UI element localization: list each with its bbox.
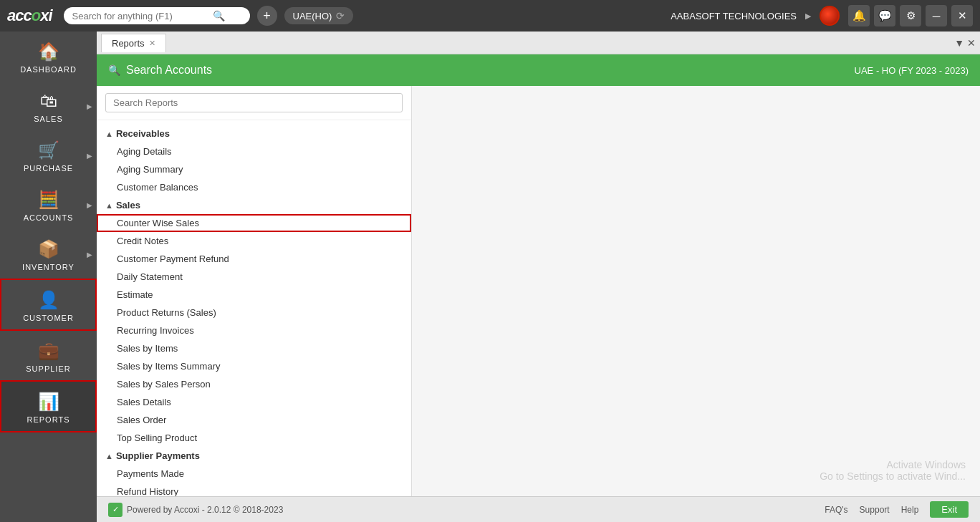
report-daily-statement[interactable]: Daily Statement xyxy=(97,268,411,286)
sidebar-label-sales: SALES xyxy=(34,115,62,123)
section-sales-label: Sales xyxy=(116,200,140,211)
help-link[interactable]: Help xyxy=(901,505,919,515)
sidebar-item-inventory[interactable]: 📦 INVENTORY ▶ xyxy=(0,229,97,279)
powered-text: Powered by Accoxi - 2.0.12 © 2018-2023 xyxy=(127,505,283,515)
search-accounts-icon: 🔍 xyxy=(108,64,120,76)
green-header-bar: 🔍 Search Accounts UAE - HO (FY 2023 - 20… xyxy=(97,54,980,86)
global-search-input[interactable] xyxy=(72,11,208,21)
accounts-icon: 🧮 xyxy=(38,190,59,210)
section-receivables-label: Receivables xyxy=(116,128,170,139)
bottom-right: FAQ's Support Help Exit xyxy=(825,501,969,518)
report-payments-made[interactable]: Payments Made xyxy=(97,465,411,483)
sidebar-item-supplier[interactable]: 💼 SUPPLIER xyxy=(0,331,97,380)
location-label: UAE(HO) xyxy=(293,11,332,21)
global-search-icon: 🔍 xyxy=(213,10,225,21)
section-receivables[interactable]: ▲ Receivables xyxy=(97,125,411,142)
inventory-arrow-icon: ▶ xyxy=(87,250,92,258)
minimize-icon[interactable]: ─ xyxy=(926,5,947,26)
report-product-returns[interactable]: Product Returns (Sales) xyxy=(97,304,411,322)
section-sales[interactable]: ▲ Sales xyxy=(97,196,411,214)
tab-close-all-icon[interactable]: ✕ xyxy=(967,37,976,49)
main-layout: 🏠 DASHBOARD 🛍 SALES ▶ 🛒 PURCHASE ▶ 🧮 ACC… xyxy=(0,32,980,522)
search-reports-container xyxy=(97,86,411,120)
report-customer-payment-refund[interactable]: Customer Payment Refund xyxy=(97,250,411,268)
purchase-icon: 🛒 xyxy=(38,140,59,160)
report-aging-summary[interactable]: Aging Summary xyxy=(97,160,411,178)
close-window-icon[interactable]: ✕ xyxy=(951,5,973,26)
exit-button[interactable]: Exit xyxy=(930,501,969,518)
add-button[interactable]: + xyxy=(257,6,277,26)
sidebar-item-customer[interactable]: 👤 CUSTOMER xyxy=(0,279,97,331)
watermark-line2: Go to Settings to activate Wind... xyxy=(820,470,966,482)
sales-arrow-icon: ▶ xyxy=(87,102,92,110)
reports-list: ▲ Receivables Aging Details Aging Summar… xyxy=(97,86,412,496)
reports-preview: Activate Windows Go to Settings to activ… xyxy=(412,86,980,496)
user-avatar[interactable] xyxy=(820,6,840,26)
sidebar-item-purchase[interactable]: 🛒 PURCHASE ▶ xyxy=(0,130,97,180)
topbar: accoxi 🔍 + UAE(HO) ⟳ AABASOFT TECHNOLOGI… xyxy=(0,0,980,32)
report-aging-details[interactable]: Aging Details xyxy=(97,142,411,160)
tab-bar: Reports ✕ ▼ ✕ xyxy=(97,32,980,54)
tab-close-icon[interactable]: ✕ xyxy=(149,39,155,48)
sidebar-label-accounts: ACCOUNTS xyxy=(24,213,74,222)
report-credit-notes[interactable]: Credit Notes xyxy=(97,232,411,250)
sidebar-label-purchase: PURCHASE xyxy=(24,164,73,173)
location-selector[interactable]: UAE(HO) ⟳ xyxy=(284,7,354,24)
report-counter-wise-sales[interactable]: Counter Wise Sales xyxy=(97,214,411,232)
notifications-icon[interactable]: 🔔 xyxy=(848,5,870,26)
company-arrow-icon: ▶ xyxy=(805,11,811,21)
watermark-line1: Activate Windows xyxy=(820,459,966,470)
inventory-icon: 📦 xyxy=(38,239,59,259)
global-search-bar[interactable]: 🔍 xyxy=(64,7,250,24)
topbar-right: AABASOFT TECHNOLOGIES ▶ 🔔 💬 ⚙ ─ ✕ xyxy=(671,5,973,26)
sales-caret-icon: ▲ xyxy=(105,201,113,210)
report-sales-by-items-summary[interactable]: Sales by Items Summary xyxy=(97,357,411,375)
report-top-selling-product[interactable]: Top Selling Product xyxy=(97,429,411,447)
supplier-payments-caret-icon: ▲ xyxy=(105,452,113,460)
settings-icon[interactable]: ⚙ xyxy=(900,5,921,26)
messages-icon[interactable]: 💬 xyxy=(874,5,895,26)
report-customer-balances[interactable]: Customer Balances xyxy=(97,178,411,196)
company-name: AABASOFT TECHNOLOGIES xyxy=(671,11,797,21)
tab-dropdown-icon[interactable]: ▼ xyxy=(954,37,964,49)
content-area: Reports ✕ ▼ ✕ 🔍 Search Accounts UAE - HO… xyxy=(97,32,980,522)
green-bar-title-text: Search Accounts xyxy=(126,64,212,77)
reports-panel: ▲ Receivables Aging Details Aging Summar… xyxy=(97,86,980,496)
refresh-icon[interactable]: ⟳ xyxy=(336,10,345,21)
reports-tree: ▲ Receivables Aging Details Aging Summar… xyxy=(97,120,411,496)
report-sales-order[interactable]: Sales Order xyxy=(97,411,411,429)
powered-by: ✓ Powered by Accoxi - 2.0.12 © 2018-2023 xyxy=(108,503,283,517)
logo: accoxi xyxy=(7,6,52,25)
reports-icon: 📊 xyxy=(38,392,59,412)
support-link[interactable]: Support xyxy=(860,505,890,515)
sidebar-item-reports[interactable]: 📊 REPORTS xyxy=(0,380,97,432)
dashboard-icon: 🏠 xyxy=(38,42,59,62)
green-bar-title: 🔍 Search Accounts xyxy=(108,64,212,77)
topbar-icons: 🔔 💬 ⚙ ─ ✕ xyxy=(848,5,973,26)
sidebar-label-customer: CUSTOMER xyxy=(23,314,74,322)
report-sales-by-items[interactable]: Sales by Items xyxy=(97,339,411,357)
report-estimate[interactable]: Estimate xyxy=(97,286,411,304)
powered-icon: ✓ xyxy=(108,503,123,517)
report-sales-by-sales-person[interactable]: Sales by Sales Person xyxy=(97,375,411,393)
sidebar-label-supplier: SUPPLIER xyxy=(26,364,70,373)
receivables-caret-icon: ▲ xyxy=(105,130,113,138)
sales-icon: 🛍 xyxy=(40,91,57,111)
search-reports-input[interactable] xyxy=(105,93,403,112)
sidebar-label-dashboard: DASHBOARD xyxy=(20,65,77,74)
tab-bar-controls: ▼ ✕ xyxy=(954,37,976,49)
customer-icon: 👤 xyxy=(38,290,59,310)
report-sales-details[interactable]: Sales Details xyxy=(97,393,411,411)
report-recurring-invoices[interactable]: Recurring Invoices xyxy=(97,322,411,339)
faq-link[interactable]: FAQ's xyxy=(825,505,847,515)
purchase-arrow-icon: ▶ xyxy=(87,151,92,159)
watermark-text: Activate Windows Go to Settings to activ… xyxy=(820,459,966,482)
sidebar-item-accounts[interactable]: 🧮 ACCOUNTS ▶ xyxy=(0,180,97,229)
section-supplier-payments[interactable]: ▲ Supplier Payments xyxy=(97,447,411,465)
sidebar: 🏠 DASHBOARD 🛍 SALES ▶ 🛒 PURCHASE ▶ 🧮 ACC… xyxy=(0,32,97,522)
tab-reports-label: Reports xyxy=(112,38,145,49)
sidebar-item-sales[interactable]: 🛍 SALES ▶ xyxy=(0,81,97,130)
sidebar-item-dashboard[interactable]: 🏠 DASHBOARD xyxy=(0,32,97,81)
tab-reports[interactable]: Reports ✕ xyxy=(101,34,166,52)
report-refund-history[interactable]: Refund History xyxy=(97,483,411,496)
